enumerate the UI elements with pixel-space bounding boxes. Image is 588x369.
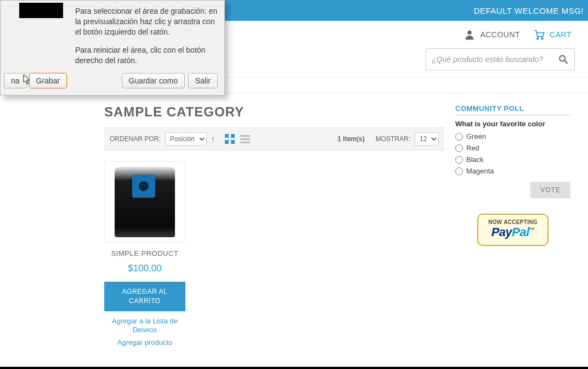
product-card: SIMPLE PRODUCT $100,00 AGREGAR AL CARRIT… xyxy=(104,161,185,348)
svg-rect-7 xyxy=(225,140,229,144)
product-name[interactable]: SIMPLE PRODUCT xyxy=(104,249,185,258)
dialog-text-2: Para reiniciar el área, clic con el botó… xyxy=(75,45,218,66)
account-label: ACCOUNT xyxy=(480,30,520,39)
product-links: Agregar a la Lista de Deseos Agregar pro… xyxy=(104,317,185,348)
svg-line-4 xyxy=(565,61,568,64)
search-box xyxy=(426,48,575,70)
svg-rect-6 xyxy=(231,134,235,138)
paypal-box: NOW ACCEPTING PayPal™ xyxy=(477,214,549,246)
product-image xyxy=(115,167,175,237)
product-grid: SIMPLE PRODUCT $100,00 AGREGAR AL CARRIT… xyxy=(104,150,444,348)
poll-option-label: Black xyxy=(466,155,484,164)
account-link[interactable]: ACCOUNT xyxy=(463,29,520,41)
poll-option-label: Green xyxy=(466,132,486,141)
svg-point-0 xyxy=(468,31,472,35)
add-to-wishlist-link[interactable]: Agregar a la Lista de Deseos xyxy=(104,317,185,336)
show-label: MOSTRAR: xyxy=(376,135,410,143)
list-view-icon[interactable] xyxy=(240,134,250,144)
poll-radio[interactable] xyxy=(455,156,463,164)
svg-rect-8 xyxy=(231,140,235,144)
search-icon[interactable] xyxy=(558,54,569,65)
vote-wrap: VOTE xyxy=(455,182,570,198)
poll-option[interactable]: Green xyxy=(455,132,570,141)
svg-point-2 xyxy=(541,38,543,40)
view-mode xyxy=(225,134,250,144)
page-title: SAMPLE CATEGORY xyxy=(104,104,444,120)
poll-option[interactable]: Red xyxy=(455,144,570,152)
add-to-cart-button[interactable]: AGREGAR AL CARRITO xyxy=(104,282,185,311)
add-to-compare-link[interactable]: Agregar producto xyxy=(104,338,185,348)
column-main: SAMPLE CATEGORY ORDENAR POR: Posición ↑ … xyxy=(104,104,444,348)
exit-button[interactable]: Salir xyxy=(188,73,218,88)
poll-option-label: Red xyxy=(466,144,479,152)
product-image-link[interactable] xyxy=(104,161,185,243)
item-count: 1 Item(s) xyxy=(337,135,364,143)
sort-by-select[interactable]: Posición xyxy=(165,132,207,146)
welcome-text: DEFAULT WELCOME MSG! xyxy=(474,6,584,15)
poll-radio[interactable] xyxy=(455,133,463,141)
poll-question: What is your favorite color xyxy=(455,120,570,128)
record-button[interactable]: Grabar xyxy=(29,73,67,88)
grid-view-icon[interactable] xyxy=(225,134,235,144)
user-icon xyxy=(463,29,476,41)
product-price: $100,00 xyxy=(104,263,185,274)
sort-by-label: ORDENAR POR: xyxy=(110,135,161,143)
poll-option-label: Magenta xyxy=(466,167,494,175)
sort-direction-toggle[interactable]: ↑ xyxy=(211,135,215,143)
poll-options: Green Red Black Magenta xyxy=(455,132,570,175)
paypal-accepting-text: NOW ACCEPTING xyxy=(488,219,538,225)
svg-rect-10 xyxy=(240,138,250,140)
svg-rect-5 xyxy=(225,134,229,138)
main-content: SAMPLE CATEGORY ORDENAR POR: Posición ↑ … xyxy=(0,93,588,348)
dialog-titlebar[interactable] xyxy=(19,3,63,18)
dialog-button-row: na Grabar Guardar como Salir xyxy=(7,73,218,88)
vote-button[interactable]: VOTE xyxy=(530,182,570,198)
dialog-instructions: Para seleccionar el área de grabación: e… xyxy=(75,6,218,65)
poll-option[interactable]: Black xyxy=(455,155,570,164)
cart-label: CART xyxy=(550,30,572,39)
svg-point-1 xyxy=(537,38,539,40)
select-window-button[interactable]: na xyxy=(4,73,27,88)
toolbar: ORDENAR POR: Posición ↑ 1 Item(s) MOSTRA… xyxy=(104,127,444,150)
show-select[interactable]: 12 xyxy=(415,132,439,146)
poll-radio[interactable] xyxy=(455,167,463,175)
bottom-border xyxy=(0,367,588,369)
svg-rect-11 xyxy=(240,142,250,143)
cart-icon xyxy=(533,29,545,41)
poll-radio[interactable] xyxy=(455,144,463,152)
svg-rect-9 xyxy=(240,135,250,137)
search-input[interactable] xyxy=(432,55,558,64)
paypal-logo: PayPal™ xyxy=(488,225,538,239)
svg-point-3 xyxy=(559,55,565,61)
screen-recorder-dialog: Para seleccionar el área de grabación: e… xyxy=(0,0,225,96)
cart-link[interactable]: CART xyxy=(533,29,572,41)
poll-option[interactable]: Magenta xyxy=(455,167,570,175)
dialog-text-1: Para seleccionar el área de grabación: e… xyxy=(75,6,218,37)
save-as-button[interactable]: Guardar como xyxy=(122,73,185,88)
paypal-badge[interactable]: NOW ACCEPTING PayPal™ xyxy=(455,214,570,246)
poll-title: COMMUNITY POLL xyxy=(455,104,570,115)
column-right: COMMUNITY POLL What is your favorite col… xyxy=(455,104,570,348)
